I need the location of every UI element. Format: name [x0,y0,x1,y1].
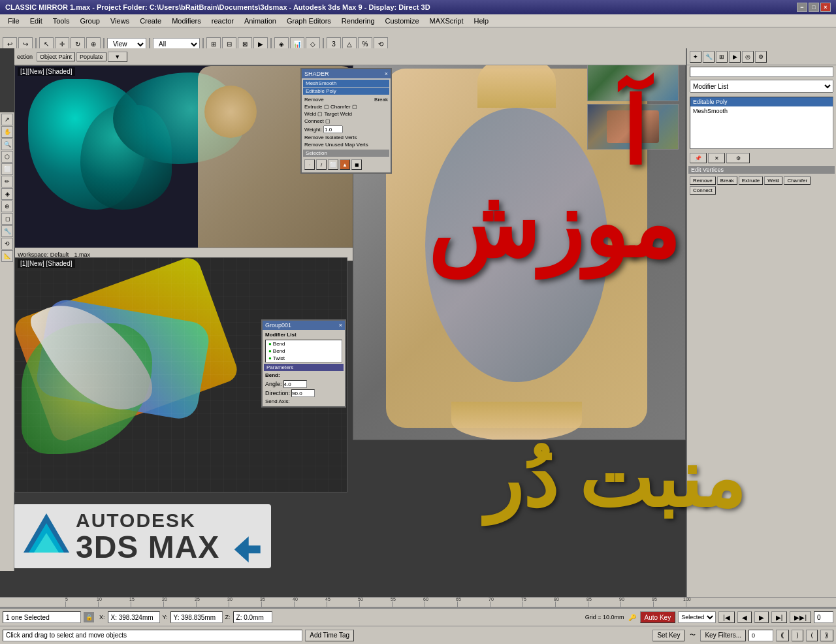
modify-panel-btn[interactable]: 🔧 [703,51,715,63]
mod-settings-btn[interactable]: ⚙ [726,153,750,163]
menu-create[interactable]: Create [135,16,167,26]
selected-dropdown[interactable]: Selected All [678,611,716,623]
search-input[interactable] [690,67,833,77]
menu-modifiers[interactable]: Modifiers [167,16,206,26]
select-solid-btn[interactable]: ◼ [351,159,362,170]
object-paint-btn[interactable]: Object Paint [37,52,75,61]
menu-animation[interactable]: Animation [239,16,281,26]
left-tool-6[interactable]: ✏ [1,176,13,187]
shader-modifier-1[interactable]: MeshSmooth [303,80,389,87]
tick-label-5: 5 [65,597,68,602]
left-tool-4[interactable]: ⬡ [1,151,13,163]
mod-clear-btn[interactable]: ✕ [708,153,725,163]
close-button[interactable]: × [820,3,831,12]
autodesk-icon [24,513,69,559]
menu-maxscript[interactable]: MAXScript [425,16,469,26]
left-tool-8[interactable]: ⊕ [1,201,13,212]
select-poly-btn[interactable]: ⬜ [328,159,338,170]
hierarchy-btn[interactable]: ⊞ [716,51,728,63]
tick-35 [261,602,262,607]
play-btn[interactable]: ▶ [754,611,769,623]
add-time-tag-btn[interactable]: Add Time Tag [305,630,354,641]
left-tool-9[interactable]: ◻ [1,213,13,225]
group-close-btn[interactable]: × [339,322,342,329]
remove-btn[interactable]: Remove [690,176,716,185]
shader-weld-label: Weld ▢ Target Weld [304,111,352,117]
menu-help[interactable]: Help [469,16,494,26]
maximize-button[interactable]: □ [809,3,819,12]
left-tool-10[interactable]: 🔧 [1,225,13,237]
search-area [687,65,836,78]
select-face-btn[interactable]: ▲ [340,159,350,170]
menu-tools[interactable]: Tools [48,16,75,26]
modifier-controls: 📌 ✕ ⚙ [687,152,836,165]
utility-btn[interactable]: ⚙ [755,51,767,63]
menu-customize[interactable]: Customize [380,16,425,26]
mod-pin-btn[interactable]: 📌 [690,153,707,163]
autodesk-line1: AUTODESK [76,509,261,532]
populate-sub-btn[interactable]: ▼ [108,52,127,62]
motion-btn[interactable]: ▶ [729,51,741,63]
go-end-btn[interactable]: ▶▶| [790,611,811,623]
chamfer-btn[interactable]: Chamfer [784,176,811,185]
connect-btn[interactable]: Connect [690,186,716,195]
menu-rendering[interactable]: Rendering [336,16,380,26]
nav-btn-2[interactable]: ⟩ [792,630,803,641]
extrude-btn[interactable]: Extrude [739,176,764,185]
menu-reactor[interactable]: reactor [206,16,239,26]
set-key-btn[interactable]: Set Key [652,630,684,641]
tick-label-65: 65 [456,597,461,602]
go-start-btn[interactable]: |◀ [718,611,735,623]
create-panel-btn[interactable]: ✦ [690,51,701,63]
modifier-stack-item-2[interactable]: MeshSmooth [690,106,833,116]
populate-btn[interactable]: Populate [76,52,106,61]
select-edge-btn[interactable]: / [316,159,327,170]
shader-content: MeshSmooth Editable Poly Remove Break Ex… [302,78,391,172]
shader-modifier-2[interactable]: Editable Poly [303,88,389,95]
overlay-text-arabic-3: منبت دُر [485,436,745,523]
modifier-stack[interactable]: Editable Poly MeshSmooth [690,97,833,149]
left-tool-1[interactable]: ↗ [1,114,13,125]
nav-btn-1[interactable]: ⟪ [776,630,789,641]
modifier-stack-item-active[interactable]: Editable Poly [690,97,833,106]
shader-weight-input[interactable] [323,125,343,133]
tick-label-60: 60 [423,597,428,602]
angle-input[interactable] [283,380,307,388]
nav-btn-4[interactable]: ⟫ [820,630,833,641]
status-bar: 1 one Selected 🔒 X: X: 398.324mm Y: Y: 3… [0,607,836,644]
display-btn[interactable]: ◎ [742,51,754,63]
direction-input[interactable] [291,389,315,397]
left-tool-12[interactable]: 📐 [1,250,13,262]
shader-weight-row: Weight: [303,125,389,134]
time-input[interactable] [752,631,770,640]
auto-key-btn[interactable]: Auto Key [640,611,676,623]
menu-group[interactable]: Group [74,16,105,26]
menu-views[interactable]: Views [105,16,135,26]
next-frame-btn[interactable]: ▶| [771,611,788,623]
select-vertex-btn[interactable]: · [304,159,315,170]
menu-edit[interactable]: Edit [25,16,48,26]
parameters-header: Parameters [264,364,344,371]
left-tool-2[interactable]: ✋ [1,126,13,138]
tick-label-30: 30 [227,597,233,602]
shader-remove-unused: Remove Unused Map Verts [303,141,389,148]
break-btn[interactable]: Break [717,176,737,185]
title-bar: CLASSIC MIRROR 1.max - Project Folder: C… [0,0,836,14]
key-filters-btn[interactable]: Key Filters... [700,630,746,641]
shader-close-btn[interactable]: × [385,71,388,77]
left-tool-7[interactable]: ◈ [1,188,13,200]
menu-file[interactable]: File [3,16,25,26]
tick-55 [392,602,393,607]
minimize-button[interactable]: − [797,3,807,12]
bend-1-light: ● [268,341,272,347]
left-tool-3[interactable]: 🔍 [1,138,13,150]
prev-frame-btn[interactable]: ◀ [737,611,752,623]
left-tool-5[interactable]: ⬜ [1,163,13,175]
time-input-field [748,630,773,641]
menu-graph-editors[interactable]: Graph Editors [281,16,336,26]
nav-btn-3[interactable]: ⟨ [806,630,818,641]
modifier-list-dropdown[interactable]: Modifier List MeshSmooth Editable Poly B… [690,80,833,93]
left-tool-11[interactable]: ⟲ [1,238,13,250]
direction-label: Direction: [265,390,290,396]
weld-btn[interactable]: Weld [764,176,782,185]
